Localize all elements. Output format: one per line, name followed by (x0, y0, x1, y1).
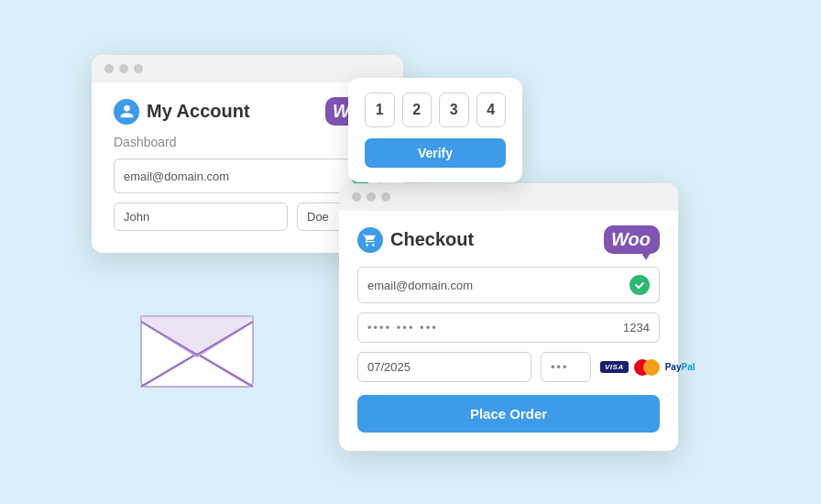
checkout-header: Checkout Woo (357, 225, 660, 254)
browser-dot-1 (104, 64, 114, 73)
checkout-dot-2 (367, 192, 376, 202)
envelope-icon (137, 303, 257, 390)
browser-dot-3 (134, 64, 143, 73)
card-dots: •••• ••• ••• (367, 321, 616, 334)
otp-digit-4[interactable]: 4 (476, 93, 507, 127)
mastercard-icon (634, 359, 660, 376)
checkout-title-row: Checkout (357, 227, 474, 253)
otp-digit-3[interactable]: 3 (439, 93, 469, 127)
checkout-email-check (629, 275, 650, 295)
account-header: My Account Woo (114, 97, 381, 126)
otp-digit-1[interactable]: 1 (365, 93, 395, 127)
cvv-dots: ••• (541, 352, 591, 382)
first-name-input[interactable] (114, 203, 288, 231)
scene: My Account Woo Dashboard (0, 0, 821, 504)
otp-digits-row: 1 2 3 4 (365, 93, 506, 127)
payment-logos: VISA PayPal (600, 359, 695, 376)
place-order-button[interactable]: Place Order (357, 395, 660, 433)
otp-digit-2[interactable]: 2 (402, 93, 432, 127)
checkout-dot-3 (381, 192, 390, 202)
user-svg (119, 104, 135, 119)
otp-popup: 1 2 3 4 Verify (348, 78, 522, 182)
cart-svg (363, 233, 378, 247)
account-title-text: My Account (147, 101, 250, 122)
browser-dot-2 (119, 64, 128, 73)
mc-right-circle (643, 359, 660, 376)
card-number-row[interactable]: •••• ••• ••• 1234 (357, 312, 660, 343)
account-title-row: My Account (114, 99, 250, 125)
checkout-window: Checkout Woo •••• ••• ••• 1234 (339, 183, 678, 451)
dashboard-label: Dashboard (114, 135, 381, 149)
woo-logo-checkout: Woo (604, 225, 660, 254)
expiry-input[interactable] (357, 352, 531, 382)
paypal-pay: Pay (665, 362, 682, 372)
verify-button[interactable]: Verify (365, 138, 506, 168)
checkout-title-text: Checkout (390, 229, 474, 250)
account-email-input[interactable] (124, 170, 351, 183)
checkout-email-row[interactable] (357, 267, 660, 303)
checkout-browser-bar (339, 183, 678, 211)
account-user-icon (114, 99, 139, 125)
expiry-row: ••• VISA PayPal (357, 352, 660, 382)
cart-icon-circle (357, 227, 383, 253)
checkout-email-input[interactable] (367, 279, 629, 292)
checkout-dot-1 (352, 192, 361, 202)
paypal-icon: PayPal (665, 362, 695, 372)
checkout-check-svg (634, 279, 645, 290)
paypal-pal: Pal (681, 362, 695, 372)
woo-text-checkout: Woo (611, 229, 651, 250)
visa-icon: VISA (600, 361, 629, 373)
envelope-wrap (137, 303, 257, 394)
card-last4: 1234 (623, 321, 650, 334)
